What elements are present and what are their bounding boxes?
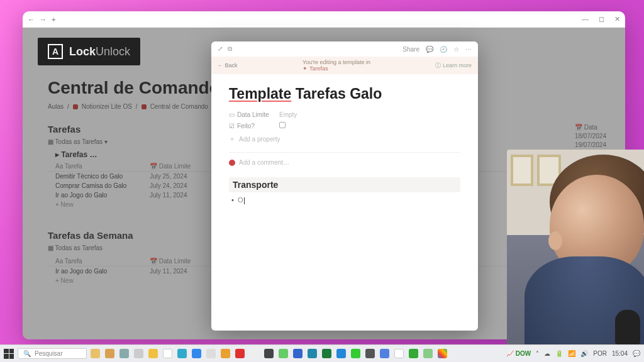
wifi-icon[interactable]: 📶 — [568, 350, 575, 357]
search-placeholder: Pesquisar — [35, 350, 62, 357]
opera-icon[interactable] — [235, 349, 245, 358]
nav-add-icon[interactable]: + — [52, 16, 55, 23]
window-min-icon[interactable]: — — [582, 15, 589, 23]
template-title[interactable]: Template Tarefas Galo — [229, 85, 460, 102]
banner-db-link[interactable]: ✦ Tarefas — [303, 65, 370, 72]
start-button[interactable] — [4, 349, 14, 359]
app-icon[interactable] — [105, 349, 114, 358]
volume-icon[interactable]: 🔊 — [580, 350, 588, 357]
lock-unlock-badge: A LockUnlock — [38, 38, 140, 65]
add-comment[interactable]: Add a comment… — [229, 159, 460, 166]
app-icon[interactable] — [279, 349, 288, 358]
feito-checkbox[interactable] — [279, 122, 286, 128]
app-icon[interactable] — [91, 349, 100, 358]
stock-widget[interactable]: 📈 DOW — [506, 350, 531, 357]
text-caret — [244, 197, 245, 204]
battery-icon[interactable]: 🔋 — [555, 350, 563, 357]
app-icon[interactable] — [409, 349, 418, 358]
add-property-button[interactable]: ＋ Add a property — [229, 134, 460, 143]
app-icon[interactable] — [221, 349, 230, 358]
app-icon[interactable] — [365, 349, 375, 358]
checkbox-icon: ☑ — [229, 123, 235, 129]
avatar — [229, 160, 235, 166]
banner-msg: You're editing a template in — [303, 59, 370, 65]
excel-icon[interactable] — [322, 349, 331, 358]
app-icon[interactable] — [264, 349, 274, 358]
windows-taskbar: 🔍 Pesquisar 📈 DOW ˄ ☁ 🔋 📶 🔊 — [0, 344, 644, 362]
window-max-icon[interactable]: ◻ — [599, 15, 604, 23]
app-icon[interactable] — [134, 349, 143, 358]
h2-transporte[interactable]: Transporte — [233, 180, 457, 190]
taskbar-apps — [91, 349, 447, 358]
clock-icon[interactable]: 🕘 — [440, 46, 447, 53]
app-icon[interactable] — [163, 349, 172, 358]
bullet-item[interactable]: O — [229, 196, 460, 204]
more-icon[interactable]: ⋯ — [465, 46, 472, 53]
clock[interactable]: 15:04 — [612, 350, 628, 357]
app-icon[interactable] — [351, 349, 360, 358]
edge-icon[interactable] — [177, 349, 187, 358]
notifications-icon[interactable]: 💬 — [633, 350, 640, 357]
template-banner: ← Back You're editing a template in ✦ Ta… — [211, 57, 478, 74]
nav-back-icon[interactable]: ← — [28, 16, 35, 23]
template-editor-modal: ⤢ ⧉ Share 💬 🕘 ☆ ⋯ ← Back You're editing … — [211, 41, 478, 331]
modal-toolbar: ⤢ ⧉ Share 💬 🕘 ☆ ⋯ — [211, 41, 478, 57]
onedrive-icon[interactable]: ☁ — [544, 350, 550, 357]
property-value-empty[interactable]: Empty — [279, 111, 297, 118]
banner-back[interactable]: ← Back — [218, 62, 238, 69]
app-icon[interactable] — [394, 349, 404, 358]
comments-icon[interactable]: 💬 — [426, 46, 433, 53]
app-icon[interactable] — [192, 349, 201, 358]
tray-chevron-icon[interactable]: ˄ — [536, 350, 539, 357]
share-button[interactable]: Share — [402, 46, 419, 53]
app-icon[interactable] — [206, 349, 216, 358]
app-icon[interactable] — [423, 349, 433, 358]
property-data-limite[interactable]: ▭Data Limite Empty — [229, 111, 460, 118]
window-close-icon[interactable]: ✕ — [614, 15, 620, 23]
app-icon[interactable] — [293, 349, 303, 358]
property-feito[interactable]: ☑Feito? — [229, 122, 460, 129]
divider — [229, 152, 460, 153]
app-icon[interactable] — [148, 349, 158, 358]
word-icon[interactable] — [308, 349, 317, 358]
heading-block[interactable]: Transporte — [229, 177, 460, 192]
window-topbar: ← → + — ◻ ✕ — [23, 11, 625, 28]
webcam-overlay — [507, 150, 644, 344]
star-icon[interactable]: ☆ — [453, 46, 459, 53]
badge-logo: A — [48, 44, 63, 59]
app-icon[interactable] — [250, 349, 259, 358]
taskbar-search[interactable]: 🔍 Pesquisar — [18, 348, 87, 359]
expand-icon[interactable]: ⤢ — [218, 45, 223, 53]
nav-fwd-icon[interactable]: → — [40, 16, 47, 23]
system-tray: 📈 DOW ˄ ☁ 🔋 📶 🔊 POR 15:04 💬 — [506, 350, 640, 357]
chrome-icon[interactable] — [438, 349, 447, 358]
app-icon[interactable] — [380, 349, 389, 358]
language-indicator[interactable]: POR — [593, 350, 607, 357]
app-icon[interactable] — [119, 349, 129, 358]
modal-body: Template Tarefas Galo ▭Data Limite Empty… — [211, 74, 478, 331]
learn-more-link[interactable]: ⓘ Learn more — [435, 62, 472, 70]
peek-icon[interactable]: ⧉ — [228, 45, 232, 53]
outlook-icon[interactable] — [336, 349, 346, 358]
search-icon: 🔍 — [23, 350, 31, 357]
calendar-icon: ▭ — [229, 111, 235, 118]
